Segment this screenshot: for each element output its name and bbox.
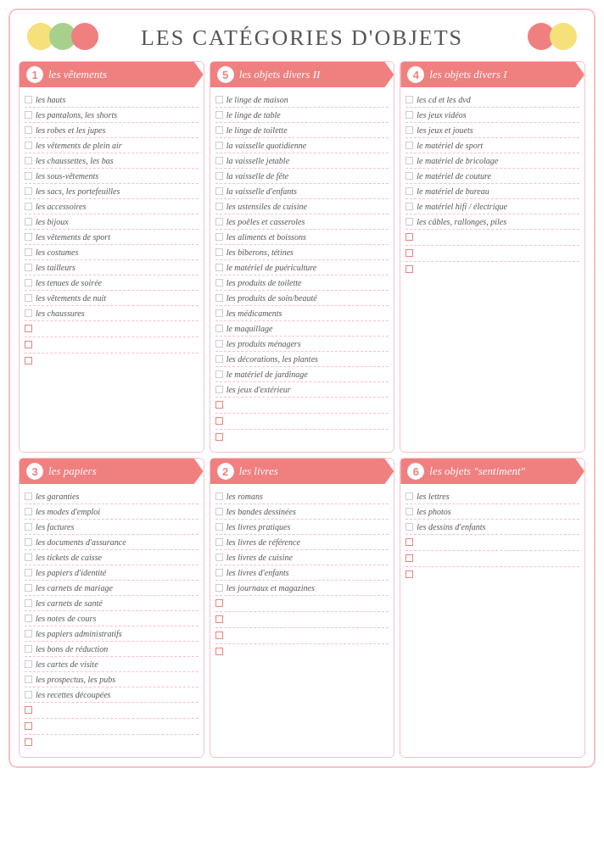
checkbox[interactable]: [25, 569, 32, 576]
checkbox[interactable]: [25, 264, 32, 271]
checkbox[interactable]: [215, 111, 223, 119]
checkbox[interactable]: [215, 584, 223, 592]
checkbox[interactable]: [215, 554, 223, 561]
checkbox[interactable]: [405, 523, 413, 531]
checkbox[interactable]: [25, 722, 32, 730]
checkbox[interactable]: [25, 294, 32, 302]
checkbox[interactable]: [25, 523, 32, 531]
checkbox[interactable]: [405, 187, 413, 195]
item-text: le maquillage: [226, 323, 273, 334]
checkbox[interactable]: [215, 218, 223, 225]
checkbox[interactable]: [215, 599, 223, 607]
checkbox[interactable]: [215, 96, 223, 103]
checkbox[interactable]: [25, 309, 32, 317]
checkbox[interactable]: [25, 706, 32, 714]
checkbox[interactable]: [25, 492, 32, 500]
checkbox[interactable]: [25, 538, 32, 546]
checkbox[interactable]: [215, 386, 223, 393]
checkbox[interactable]: [405, 203, 413, 210]
checkbox[interactable]: [215, 264, 223, 271]
checkbox[interactable]: [25, 341, 32, 348]
checkbox[interactable]: [25, 660, 32, 668]
checkbox[interactable]: [25, 325, 32, 332]
checkbox[interactable]: [215, 172, 223, 180]
checkbox[interactable]: [25, 233, 32, 241]
checkbox[interactable]: [405, 126, 413, 134]
checkbox[interactable]: [215, 632, 223, 639]
checkbox[interactable]: [25, 584, 32, 592]
checkbox[interactable]: [25, 172, 32, 180]
checkbox[interactable]: [25, 218, 32, 225]
checkbox[interactable]: [405, 218, 413, 225]
checkbox[interactable]: [405, 538, 413, 546]
checkbox[interactable]: [215, 538, 223, 546]
checkbox[interactable]: [405, 96, 413, 103]
checkbox[interactable]: [25, 248, 32, 256]
checkbox[interactable]: [215, 492, 223, 500]
checkbox[interactable]: [215, 340, 223, 348]
cat-header-3: 3les papiers: [20, 459, 204, 484]
item-text: le matériel de bureau: [417, 186, 489, 197]
item-text: les livres pratiques: [226, 521, 291, 532]
checkbox[interactable]: [405, 157, 413, 164]
checkbox[interactable]: [405, 570, 413, 578]
checkbox[interactable]: [405, 233, 413, 241]
checkbox[interactable]: [405, 249, 413, 257]
checkbox[interactable]: [25, 126, 32, 134]
checkbox[interactable]: [215, 142, 223, 149]
checkbox[interactable]: [215, 233, 223, 241]
header-circles-left: [27, 23, 98, 53]
checkbox[interactable]: [25, 279, 32, 287]
checkbox[interactable]: [215, 325, 223, 332]
list-item: les poêles et casseroles: [215, 214, 389, 230]
checkbox[interactable]: [405, 172, 413, 180]
checkbox[interactable]: [215, 294, 223, 302]
checkbox[interactable]: [25, 738, 32, 746]
checkbox[interactable]: [25, 357, 32, 364]
list-item: [405, 567, 579, 582]
item-text: les biberons, tétines: [226, 247, 294, 258]
checkbox[interactable]: [215, 248, 223, 256]
checkbox[interactable]: [25, 645, 32, 653]
checkbox[interactable]: [405, 265, 413, 273]
checkbox[interactable]: [25, 96, 32, 103]
checkbox[interactable]: [215, 355, 223, 363]
checkbox[interactable]: [215, 648, 223, 655]
item-text: les documents d'assurance: [36, 537, 126, 548]
checkbox[interactable]: [215, 401, 223, 409]
checkbox[interactable]: [215, 615, 223, 623]
checkbox[interactable]: [25, 676, 32, 683]
checkbox[interactable]: [215, 157, 223, 164]
checkbox[interactable]: [215, 569, 223, 576]
item-text: les tailleurs: [36, 262, 76, 273]
checkbox[interactable]: [215, 309, 223, 317]
checkbox[interactable]: [215, 417, 223, 425]
checkbox[interactable]: [215, 523, 223, 531]
checkbox[interactable]: [25, 111, 32, 119]
checkbox[interactable]: [405, 492, 413, 500]
checkbox[interactable]: [215, 370, 223, 378]
checkbox[interactable]: [405, 554, 413, 562]
list-item: les costumes: [25, 245, 199, 260]
checkbox[interactable]: [215, 508, 223, 515]
checkbox[interactable]: [25, 508, 32, 515]
checkbox[interactable]: [25, 554, 32, 561]
checkbox[interactable]: [25, 203, 32, 210]
checkbox[interactable]: [405, 111, 413, 119]
checkbox[interactable]: [215, 126, 223, 134]
checkbox[interactable]: [405, 508, 413, 515]
checkbox[interactable]: [25, 615, 32, 622]
list-item: les carnets de santé: [25, 596, 199, 611]
checkbox[interactable]: [25, 691, 32, 698]
header-circles-right: [528, 23, 577, 53]
checkbox[interactable]: [215, 203, 223, 210]
checkbox[interactable]: [215, 433, 223, 441]
checkbox[interactable]: [25, 630, 32, 637]
checkbox[interactable]: [25, 142, 32, 149]
checkbox[interactable]: [25, 599, 32, 607]
checkbox[interactable]: [405, 142, 413, 149]
checkbox[interactable]: [215, 187, 223, 195]
checkbox[interactable]: [25, 157, 32, 164]
checkbox[interactable]: [25, 187, 32, 195]
checkbox[interactable]: [215, 279, 223, 287]
